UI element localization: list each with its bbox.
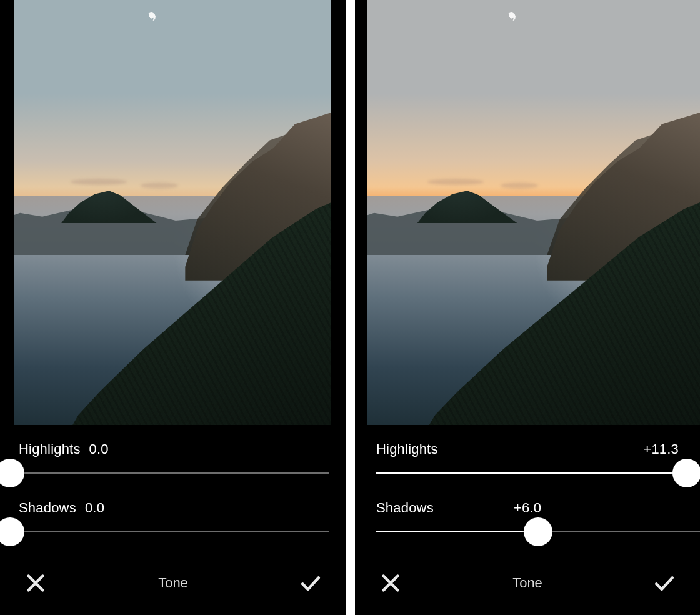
shadows-slider-block: Shadows +6.0 bbox=[376, 500, 679, 532]
tone-editor-panel-before: Highlights 0.0 Shadows 0.0 Tone bbox=[0, 0, 346, 615]
highlights-slider-thumb[interactable] bbox=[672, 459, 700, 488]
shadows-slider[interactable] bbox=[4, 531, 329, 532]
highlights-slider-thumb[interactable] bbox=[0, 459, 24, 488]
tone-editor-panel-after: Highlights +11.3 Shadows +6.0 T bbox=[355, 0, 700, 615]
shadows-label: Shadows bbox=[376, 500, 434, 516]
highlights-label: Highlights bbox=[376, 441, 438, 458]
confirm-button[interactable] bbox=[300, 572, 321, 594]
shadows-slider-block: Shadows 0.0 bbox=[19, 500, 319, 532]
preview-image bbox=[14, 0, 331, 425]
cancel-button[interactable] bbox=[380, 572, 401, 594]
tone-controls: Highlights 0.0 Shadows 0.0 bbox=[0, 425, 346, 572]
footer-title: Tone bbox=[158, 575, 188, 591]
check-icon bbox=[654, 572, 675, 594]
confirm-button[interactable] bbox=[654, 572, 675, 594]
cancel-button[interactable] bbox=[25, 572, 46, 594]
shadows-slider-thumb[interactable] bbox=[0, 518, 24, 546]
close-icon bbox=[380, 572, 401, 594]
preview-image bbox=[368, 0, 700, 425]
check-icon bbox=[300, 572, 321, 594]
shadows-slider-fill bbox=[376, 531, 538, 532]
shadows-slider[interactable] bbox=[376, 531, 700, 532]
highlights-slider-block: Highlights +11.3 bbox=[376, 441, 679, 474]
highlights-value: +11.3 bbox=[643, 441, 679, 458]
shadows-value: +6.0 bbox=[514, 500, 541, 516]
highlights-slider[interactable] bbox=[4, 472, 329, 474]
shadows-slider-thumb[interactable] bbox=[524, 518, 552, 546]
footer-bar: Tone bbox=[355, 572, 700, 615]
shadows-label: Shadows bbox=[19, 500, 76, 516]
highlights-slider[interactable] bbox=[376, 472, 700, 474]
footer-title: Tone bbox=[512, 575, 542, 591]
tone-controls: Highlights +11.3 Shadows +6.0 bbox=[355, 425, 700, 572]
highlights-slider-block: Highlights 0.0 bbox=[19, 441, 319, 474]
footer-bar: Tone bbox=[0, 572, 346, 615]
highlights-label: Highlights bbox=[19, 441, 81, 458]
highlights-value: 0.0 bbox=[89, 441, 109, 458]
close-icon bbox=[25, 572, 46, 594]
highlights-slider-fill bbox=[376, 472, 687, 474]
shadows-value: 0.0 bbox=[85, 500, 104, 516]
